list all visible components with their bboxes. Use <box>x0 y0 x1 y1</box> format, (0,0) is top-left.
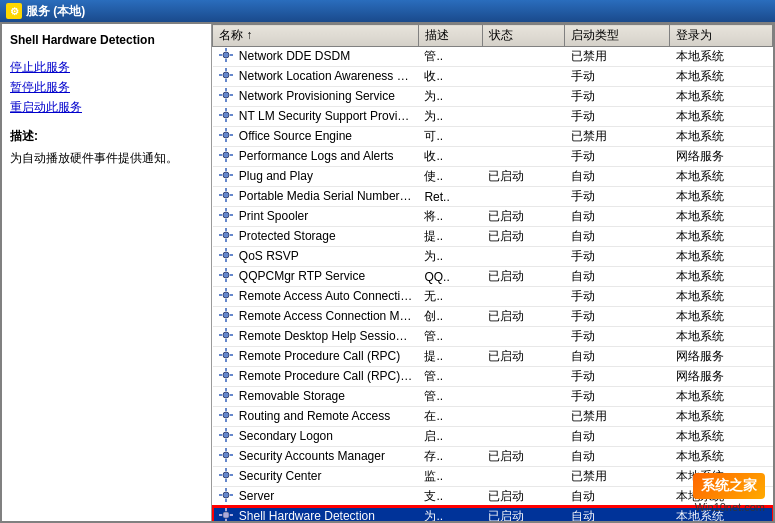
service-logon: 本地系统 <box>670 407 773 427</box>
table-row[interactable]: Plug and Play 使.. 已启动 自动 本地系统 <box>213 167 773 187</box>
service-name-text: Network DDE DSDM <box>239 49 350 63</box>
service-desc: 可.. <box>418 127 482 147</box>
table-row[interactable]: Security Center 监.. 已禁用 本地系统 <box>213 467 773 487</box>
service-status <box>482 327 564 347</box>
svg-rect-93 <box>219 414 222 416</box>
col-header-starttype[interactable]: 启动类型 <box>565 25 670 47</box>
table-row[interactable]: Performance Logs and Alerts 收.. 手动 网络服务 <box>213 147 773 167</box>
service-icon <box>219 168 233 185</box>
svg-rect-59 <box>230 274 233 276</box>
service-status: 已启动 <box>482 507 564 522</box>
table-row[interactable]: Remote Access Auto Connection Manager 无.… <box>213 287 773 307</box>
service-status <box>482 387 564 407</box>
col-header-desc[interactable]: 描述 <box>418 25 482 47</box>
service-starttype: 手动 <box>565 187 670 207</box>
service-starttype: 已禁用 <box>565 127 670 147</box>
table-row[interactable]: Removable Storage 管.. 手动 本地系统 <box>213 387 773 407</box>
svg-point-5 <box>223 72 229 78</box>
service-name-text: QQPCMgr RTP Service <box>239 269 365 283</box>
table-row[interactable]: Protected Storage 提.. 已启动 自动 本地系统 <box>213 227 773 247</box>
svg-rect-63 <box>219 294 222 296</box>
service-logon: 本地系统 <box>670 167 773 187</box>
service-logon: 本地系统 <box>670 47 773 67</box>
service-starttype: 已禁用 <box>565 47 670 67</box>
service-starttype: 手动 <box>565 247 670 267</box>
svg-rect-91 <box>225 408 227 411</box>
service-name-text: Protected Storage <box>239 229 336 243</box>
service-icon <box>219 108 233 125</box>
service-starttype: 手动 <box>565 287 670 307</box>
service-logon: 本地系统 <box>670 427 773 447</box>
title-bar: ⚙ 服务 (本地) <box>0 0 775 22</box>
table-row[interactable]: Server 支.. 已启动 自动 本地系统 <box>213 487 773 507</box>
service-starttype: 手动 <box>565 387 670 407</box>
svg-rect-41 <box>225 208 227 211</box>
table-row[interactable]: Remote Procedure Call (RPC) 提.. 已启动 自动 网… <box>213 347 773 367</box>
table-row[interactable]: Remote Desktop Help Session Manager 管.. … <box>213 327 773 347</box>
service-name-text: Plug and Play <box>239 169 313 183</box>
service-desc: 存.. <box>418 447 482 467</box>
service-icon <box>219 68 233 85</box>
svg-rect-119 <box>230 514 233 516</box>
svg-rect-27 <box>225 159 227 162</box>
svg-point-0 <box>223 52 229 58</box>
table-row[interactable]: QQPCMgr RTP Service QQ.. 已启动 自动 本地系统 <box>213 267 773 287</box>
svg-rect-6 <box>225 68 227 71</box>
service-icon <box>219 508 233 521</box>
restart-service-link[interactable]: 重启动此服务 <box>10 99 203 116</box>
table-row[interactable]: NT LM Security Support Provider 为.. 手动 本… <box>213 107 773 127</box>
svg-rect-57 <box>225 279 227 282</box>
service-logon: 本地系统 <box>670 227 773 247</box>
svg-rect-34 <box>230 174 233 176</box>
svg-rect-46 <box>225 228 227 231</box>
svg-rect-39 <box>230 194 233 196</box>
svg-rect-42 <box>225 219 227 222</box>
service-name-text: QoS RSVP <box>239 249 299 263</box>
table-row[interactable]: Secondary Logon 启.. 自动 本地系统 <box>213 427 773 447</box>
svg-rect-37 <box>225 199 227 202</box>
svg-point-95 <box>223 432 229 438</box>
service-icon <box>219 128 233 145</box>
table-header-row: 名称 ↑ 描述 状态 启动类型 登录为 <box>213 25 773 47</box>
service-name-text: Portable Media Serial Number Service <box>239 189 419 203</box>
table-row[interactable]: Remote Access Connection Manager 创.. 已启动… <box>213 307 773 327</box>
service-starttype: 自动 <box>565 267 670 287</box>
svg-rect-54 <box>230 254 233 256</box>
table-row[interactable]: Routing and Remote Access 在.. 已禁用 本地系统 <box>213 407 773 427</box>
table-row[interactable]: Office Source Engine 可.. 已禁用 本地系统 <box>213 127 773 147</box>
table-row[interactable]: Network Location Awareness (NLA) 收.. 手动 … <box>213 67 773 87</box>
table-row[interactable]: Network DDE DSDM 管.. 已禁用 本地系统 <box>213 47 773 67</box>
svg-rect-3 <box>219 54 222 56</box>
left-panel: Shell Hardware Detection 停止此服务 暂停此服务 重启动… <box>2 24 212 521</box>
service-name: NT LM Security Support Provider <box>213 107 419 127</box>
stop-service-link[interactable]: 停止此服务 <box>10 59 203 76</box>
service-icon <box>219 248 233 265</box>
right-panel[interactable]: 名称 ↑ 描述 状态 启动类型 登录为 Network DDE DSDM <box>212 24 773 521</box>
svg-rect-104 <box>230 454 233 456</box>
service-desc: 管.. <box>418 47 482 67</box>
svg-point-60 <box>223 292 229 298</box>
pause-service-link[interactable]: 暂停此服务 <box>10 79 203 96</box>
table-row[interactable]: Network Provisioning Service 为.. 手动 本地系统 <box>213 87 773 107</box>
table-row[interactable]: Portable Media Serial Number Service Ret… <box>213 187 773 207</box>
service-desc: Ret.. <box>418 187 482 207</box>
service-logon: 本地系统 <box>670 327 773 347</box>
svg-rect-56 <box>225 268 227 271</box>
svg-rect-112 <box>225 499 227 502</box>
table-row[interactable]: Remote Procedure Call (RPC) Locator 管.. … <box>213 367 773 387</box>
col-header-status[interactable]: 状态 <box>482 25 564 47</box>
svg-rect-32 <box>225 179 227 182</box>
table-row[interactable]: Print Spooler 将.. 已启动 自动 本地系统 <box>213 207 773 227</box>
service-icon <box>219 328 233 345</box>
svg-rect-4 <box>230 54 233 56</box>
service-desc: 收.. <box>418 147 482 167</box>
service-icon <box>219 208 233 225</box>
service-name-text: Routing and Remote Access <box>239 409 390 423</box>
table-row[interactable]: Security Accounts Manager 存.. 已启动 自动 本地系… <box>213 447 773 467</box>
col-header-name[interactable]: 名称 ↑ <box>213 25 419 47</box>
main-window: Shell Hardware Detection 停止此服务 暂停此服务 重启动… <box>0 22 775 523</box>
col-header-logon[interactable]: 登录为 <box>670 25 773 47</box>
table-row[interactable]: Shell Hardware Detection 为.. 已启动 自动 本地系统 <box>213 507 773 522</box>
svg-rect-87 <box>225 399 227 402</box>
table-row[interactable]: QoS RSVP 为.. 手动 本地系统 <box>213 247 773 267</box>
